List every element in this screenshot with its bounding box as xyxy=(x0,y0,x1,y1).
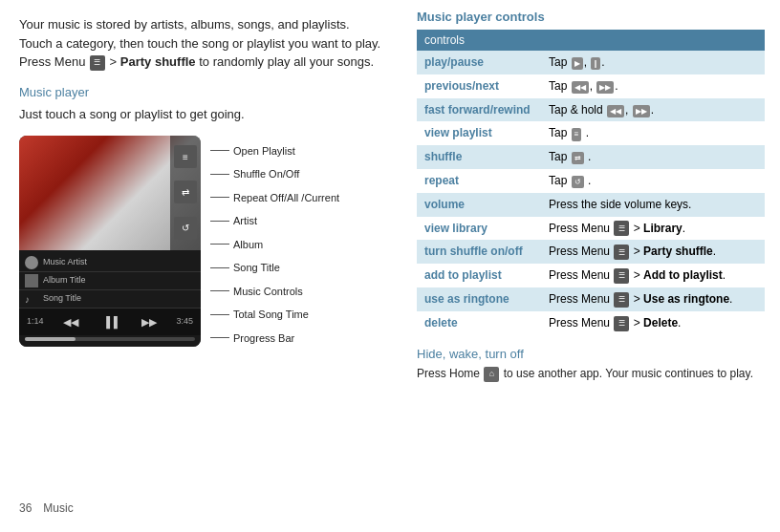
annotation-open-playlist: Open Playlist xyxy=(210,143,382,160)
annotation-label: Progress Bar xyxy=(233,330,294,347)
table-row: add to playlist Press Menu ☰ > Add to pl… xyxy=(417,264,765,287)
album-label: Album Title xyxy=(43,274,86,287)
table-row: turn shuffle on/off Press Menu ☰ > Party… xyxy=(417,240,765,264)
annotation-label: Artist xyxy=(233,213,257,229)
annotation-line-dash xyxy=(210,244,229,245)
play-pause-button[interactable]: ▐▐ xyxy=(98,312,121,332)
action-cell: turn shuffle on/off xyxy=(417,240,541,264)
album-icon xyxy=(25,274,38,287)
controls-table: controls play/pause Tap ▶, ‖. previous/n… xyxy=(417,30,765,335)
annotation-line-dash xyxy=(210,314,229,315)
next-icon: ▶▶ xyxy=(596,81,614,94)
annotation-label: Repeat Off/All /Current xyxy=(233,190,339,206)
song-row: ♪ Song Title xyxy=(19,290,201,309)
table-row: previous/next Tap ◀◀, ▶▶. xyxy=(417,74,765,98)
annotation-line-dash xyxy=(210,337,229,338)
player-device: ≡ ⇄ ↺ Music Artist Album Title ♪ Song Ti… xyxy=(19,136,201,348)
artist-avatar-icon xyxy=(25,256,38,269)
annotation-line-dash xyxy=(210,290,229,291)
player-illustration-area: ≡ ⇄ ↺ Music Artist Album Title ♪ Song Ti… xyxy=(19,136,382,354)
annotation-line-dash xyxy=(210,150,229,151)
page-number: 36 xyxy=(19,500,32,517)
current-time: 1:14 xyxy=(27,315,44,329)
open-playlist-icon[interactable]: ≡ xyxy=(174,145,197,168)
action-cell: view playlist xyxy=(417,121,541,145)
album-art: ≡ ⇄ ↺ xyxy=(19,136,201,250)
artist-label: Music Artist xyxy=(43,256,87,269)
table-header-cell: controls xyxy=(417,30,765,51)
menu-icon: ☰ xyxy=(90,55,105,71)
description-cell: Tap ◀◀, ▶▶. xyxy=(541,74,765,98)
annotation-progress-bar: Progress Bar xyxy=(210,330,382,347)
annotation-music-controls: Music Controls xyxy=(210,284,382,300)
table-row: shuffle Tap ⇄ . xyxy=(417,145,765,169)
description-cell: Tap ≡ . xyxy=(541,121,765,145)
description-cell: Tap & hold ◀◀, ▶▶. xyxy=(541,98,765,122)
repeat-icon: ↺ xyxy=(572,176,584,188)
annotation-song-title: Song Title xyxy=(210,260,382,276)
annotation-label: Open Playlist xyxy=(233,143,295,160)
annotation-line-dash xyxy=(210,174,229,175)
left-column: Your music is stored by artists, albums,… xyxy=(0,0,401,532)
song-label: Song Title xyxy=(43,292,81,306)
fast-forward-button[interactable]: ▶▶ xyxy=(138,312,161,332)
artist-row: Music Artist xyxy=(19,254,201,272)
action-cell: repeat xyxy=(417,169,541,193)
pause-icon: ‖ xyxy=(591,57,600,70)
shuffle-icon[interactable]: ⇄ xyxy=(174,181,197,203)
action-cell: previous/next xyxy=(417,74,541,98)
intro-paragraph: Your music is stored by artists, albums,… xyxy=(19,15,382,72)
prev-icon: ◀◀ xyxy=(572,81,589,94)
table-row: repeat Tap ↺ . xyxy=(417,169,765,193)
home-icon: ⌂ xyxy=(484,367,499,382)
description-cell: Press the side volume keys. xyxy=(541,193,765,217)
player-annotations: Open Playlist Shuffle On/Off Repeat Off/… xyxy=(210,136,382,354)
menu-icon: ☰ xyxy=(614,292,629,308)
hide-wake-text: Press Home ⌂ to use another app. Your mu… xyxy=(417,365,765,382)
description-cell: Tap ⇄ . xyxy=(541,145,765,169)
description-cell: Press Menu ☰ > Add to playlist. xyxy=(541,264,765,287)
repeat-icon[interactable]: ↺ xyxy=(174,217,197,240)
annotation-album: Album xyxy=(210,237,382,253)
note-icon: ♪ xyxy=(25,292,38,306)
progress-bar-outer xyxy=(25,337,195,341)
action-cell: play/pause xyxy=(417,51,541,74)
description-cell: Tap ↺ . xyxy=(541,169,765,193)
table-row: view library Press Menu ☰ > Library. xyxy=(417,217,765,241)
menu-icon: ☰ xyxy=(614,245,629,260)
action-cell: use as ringtone xyxy=(417,287,541,311)
album-row: Album Title xyxy=(19,272,201,290)
annotation-artist: Artist xyxy=(210,213,382,229)
table-row: volume Press the side volume keys. xyxy=(417,193,765,217)
player-sidebar-icons: ≡ ⇄ ↺ xyxy=(170,136,201,250)
description-cell: Press Menu ☰ > Party shuffle. xyxy=(541,240,765,264)
annotation-label: Music Controls xyxy=(233,284,303,300)
annotation-line-dash xyxy=(210,221,229,222)
annotation-label: Album xyxy=(233,237,263,253)
total-time: 3:45 xyxy=(176,315,193,329)
annotation-line-dash xyxy=(210,267,229,268)
action-cell: view library xyxy=(417,217,541,241)
table-row: delete Press Menu ☰ > Delete. xyxy=(417,311,765,335)
rewind-button[interactable]: ◀◀ xyxy=(59,312,82,332)
action-cell: shuffle xyxy=(417,145,541,169)
page-category: Music xyxy=(43,500,73,517)
annotation-label: Shuffle On/Off xyxy=(233,166,299,182)
transport-controls: 1:14 ◀◀ ▐▐ ▶▶ 3:45 xyxy=(19,309,201,336)
menu-icon: ☰ xyxy=(614,316,629,331)
action-cell: add to playlist xyxy=(417,264,541,287)
table-row: play/pause Tap ▶, ‖. xyxy=(417,51,765,74)
play-icon: ▶ xyxy=(572,57,583,70)
progress-bar-fill xyxy=(25,337,76,341)
table-row: use as ringtone Press Menu ☰ > Use as ri… xyxy=(417,287,765,311)
music-player-section-heading: Music player xyxy=(19,83,382,102)
annotation-repeat: Repeat Off/All /Current xyxy=(210,190,382,206)
menu-icon: ☰ xyxy=(614,268,629,284)
description-cell: Press Menu ☰ > Use as ringtone. xyxy=(541,287,765,311)
action-cell: fast forward/rewind xyxy=(417,98,541,122)
rewind-icon: ◀◀ xyxy=(607,105,624,117)
right-column: Music player controls controls play/paus… xyxy=(401,0,780,532)
annotation-shuffle: Shuffle On/Off xyxy=(210,166,382,182)
controls-heading: Music player controls xyxy=(417,10,765,24)
description-cell: Press Menu ☰ > Library. xyxy=(541,217,765,241)
